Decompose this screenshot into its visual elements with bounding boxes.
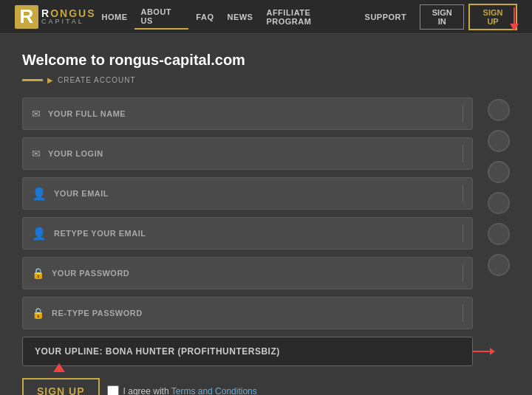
- breadcrumb-dot: ▶: [47, 76, 53, 84]
- bottom-section: SIGN UP I agree with Terms and Condition…: [22, 378, 473, 395]
- login-icon: ✉: [32, 148, 41, 159]
- breadcrumb: ▶ CREATE ACCOUNT: [22, 76, 510, 84]
- field-divider-5: [463, 264, 463, 282]
- upline-container: YOUR UPLINE: BONA HUNTER (PROFITHUNTERSB…: [22, 337, 473, 366]
- nav-affiliate[interactable]: AFFILIATE PROGRAM: [260, 5, 357, 29]
- retype-email-field-row: 👤: [22, 217, 473, 250]
- circle-3: [488, 161, 510, 183]
- retype-email-icon: 👤: [32, 227, 47, 241]
- field-divider-2: [463, 145, 463, 162]
- fullname-field-row: ✉: [22, 97, 473, 130]
- signup-nav-arrow: [510, 7, 519, 31]
- upline-text: YOUR UPLINE: BONA HUNTER (PROFITHUNTERSB…: [35, 346, 280, 357]
- main-nav: HOME ABOUT US FAQ NEWS AFFILIATE PROGRAM…: [95, 4, 517, 30]
- checkbox-area: I agree with Terms and Conditions: [107, 385, 257, 395]
- email-icon: 👤: [32, 187, 47, 201]
- circle-2: [488, 130, 510, 152]
- upline-box: YOUR UPLINE: BONA HUNTER (PROFITHUNTERSB…: [22, 337, 473, 366]
- retype-password-input[interactable]: [52, 309, 460, 317]
- field-divider-3: [463, 185, 463, 202]
- circles-column: [488, 97, 510, 276]
- login-input[interactable]: [48, 149, 460, 158]
- password-input[interactable]: [52, 269, 460, 278]
- header: R RONGUS CAPITAL HOME ABOUT US FAQ NEWS …: [0, 0, 532, 34]
- logo-r-icon: R: [15, 5, 38, 29]
- nav-home[interactable]: HOME: [95, 10, 133, 24]
- terms-text: I agree with Terms and Conditions: [123, 386, 257, 395]
- fullname-input[interactable]: [48, 109, 460, 118]
- field-divider: [463, 105, 463, 123]
- password-icon: 🔒: [32, 267, 44, 279]
- nav-support[interactable]: SUPPORT: [359, 10, 413, 24]
- form-area: ✉ ✉ 👤 👤 🔒: [22, 97, 510, 395]
- logo-rongus: RONGUS: [41, 8, 95, 18]
- circle-5: [488, 223, 510, 245]
- terms-checkbox[interactable]: [107, 385, 119, 395]
- nav-faq[interactable]: FAQ: [190, 10, 219, 24]
- bottom-row: SIGN UP I agree with Terms and Condition…: [22, 378, 473, 395]
- nav-news[interactable]: NEWS: [221, 10, 259, 24]
- terms-link[interactable]: Terms and Conditions: [171, 386, 257, 395]
- login-field-row: ✉: [22, 137, 473, 170]
- signup-main-button[interactable]: SIGN UP: [22, 378, 100, 395]
- field-divider-6: [463, 304, 463, 322]
- signup-arrow-up: [53, 363, 65, 372]
- form-fields: ✉ ✉ 👤 👤 🔒: [22, 97, 473, 395]
- nav-about[interactable]: ABOUT US: [134, 4, 188, 30]
- password-field-row: 🔒: [22, 257, 473, 289]
- retype-email-input[interactable]: [54, 229, 460, 238]
- circle-4: [488, 192, 510, 214]
- main-content: Welcome to rongus-capital.com ▶ CREATE A…: [0, 34, 532, 395]
- signin-button[interactable]: SIGN IN: [420, 4, 464, 30]
- email-field-row: 👤: [22, 177, 473, 210]
- field-divider-4: [463, 224, 463, 242]
- page-title: Welcome to rongus-capital.com: [22, 52, 510, 69]
- fullname-icon: ✉: [32, 108, 41, 120]
- retype-password-field-row: 🔒: [22, 297, 473, 329]
- email-input[interactable]: [54, 189, 460, 198]
- retype-password-icon: 🔒: [32, 307, 44, 319]
- logo-text: RONGUS CAPITAL: [41, 8, 95, 25]
- breadcrumb-text: CREATE ACCOUNT: [58, 76, 136, 84]
- circle-6: [488, 254, 510, 276]
- circle-1: [488, 99, 510, 121]
- logo-capital: CAPITAL: [41, 18, 95, 25]
- upline-arrow-right: [472, 348, 495, 355]
- breadcrumb-line: [22, 79, 43, 81]
- logo: R RONGUS CAPITAL: [15, 5, 95, 29]
